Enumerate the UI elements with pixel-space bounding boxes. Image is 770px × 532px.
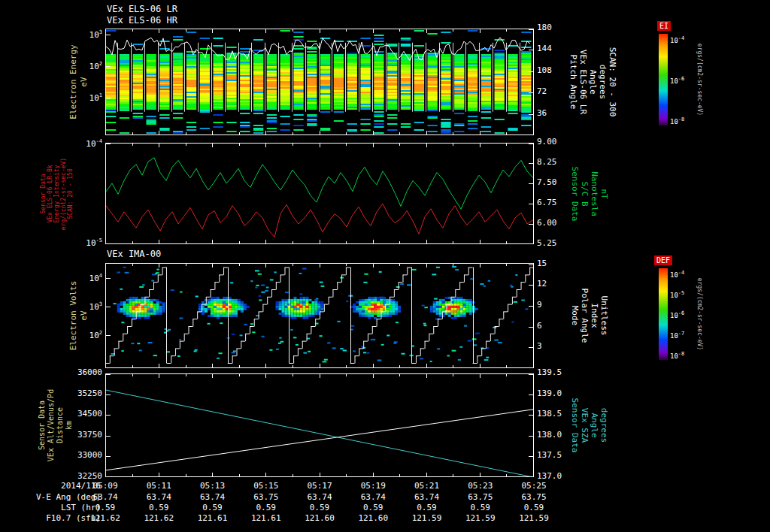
row-value: 121.62	[141, 514, 177, 524]
right-tick-label: 6.00	[537, 219, 557, 228]
right-tick-label: 139.5	[537, 368, 562, 378]
right-tick-label: 138.0	[537, 431, 562, 440]
ima-y-axis-label: Electron Volts	[69, 281, 79, 351]
els-bk-y-axis-label: VEx ELS-06 LR-Bk	[47, 165, 53, 222]
sza-right-axis-label: VEx SZA	[580, 408, 590, 443]
els-right-axis-label: degrees	[598, 65, 608, 99]
y-tick-label: 101	[81, 92, 102, 103]
row-value: 63.75	[248, 493, 284, 503]
panel1-title-line1: VEx ELS-06 LR	[107, 5, 177, 15]
els-colorbar-tick: 10-4	[670, 35, 684, 44]
row-value: 121.59	[409, 514, 445, 524]
ima-right-axis-label: Mode	[570, 306, 580, 326]
right-tick-label: 108	[537, 66, 552, 76]
ima-colorbar-tick: 10-7	[670, 331, 684, 340]
right-tick-label: 9.00	[537, 138, 557, 147]
ima-right-axis-label: Polar Angle	[580, 289, 590, 343]
row-value: 121.62	[87, 514, 123, 524]
row-value: 63.74	[355, 493, 391, 503]
right-tick-label: 36	[537, 109, 547, 119]
y-tick-label: 33750	[72, 431, 102, 440]
ima-y-axis-label: eV	[80, 310, 89, 320]
panel1-title-line2: VEx ELS-06 HR	[107, 16, 177, 26]
els-colorbar-tick: 10-6	[670, 76, 684, 85]
ima-colorbar	[659, 268, 668, 360]
y-tick-label: 102	[81, 330, 102, 340]
right-tick-label: 9	[537, 301, 542, 310]
sza-right-axis-label: Angle	[590, 413, 599, 437]
row-value: 63.75	[516, 493, 552, 503]
time-tick-label: 05:15	[250, 482, 283, 491]
sza-right-axis-label: degrees	[599, 408, 609, 443]
row-value: 0.59	[248, 503, 284, 513]
els-right-axis-label: Angle	[588, 69, 598, 94]
time-tick-label: 05:11	[142, 482, 175, 491]
row-value: 121.61	[195, 514, 231, 524]
y-tick-label: 32250	[72, 472, 102, 482]
orbit-y-axis-label: VEx Alt/Venus/Pd	[47, 389, 56, 461]
els-y-axis-label: eV	[80, 77, 89, 86]
right-tick-label: 5.25	[537, 239, 557, 249]
row-value: 0.59	[87, 503, 123, 513]
els-colorbar	[659, 34, 668, 125]
row-value: 0.59	[302, 503, 338, 513]
orbit-y-axis-label: Distance	[56, 407, 65, 443]
els-bk-y-axis-label: Energy Intensity	[53, 165, 60, 222]
y-tick-label: 33000	[72, 451, 102, 461]
plot-page: VEx ELS-06 LR VEx ELS-06 HR VEx IMA-00 E…	[0, 0, 770, 532]
right-tick-label: 15	[537, 259, 547, 269]
ima-spectrogram-canvas	[105, 263, 534, 368]
scb-right-axis-label: Nanotesla	[590, 171, 599, 216]
right-tick-label: 7.50	[537, 178, 557, 188]
def-colorbar-badge: DEF	[654, 255, 672, 265]
els-colorbar-unit-label: ergs/(cm2-sr-sec-eV)	[696, 44, 702, 116]
right-tick-label: 139.0	[537, 389, 562, 399]
els-bk-y-axis-label: SCAN: 20 - 150	[67, 168, 74, 219]
y-tick-label: 10-5	[75, 237, 102, 248]
y-tick-label: 102	[81, 61, 102, 71]
row-value: 0.59	[355, 503, 391, 513]
els-spectrogram-canvas	[105, 29, 534, 135]
right-tick-label: 72	[537, 87, 547, 97]
row-value: 63.74	[87, 493, 123, 503]
sza-right-axis-label: Sensor Data	[570, 398, 580, 453]
y-tick-label: 103	[81, 29, 102, 40]
ima-colorbar-unit-label: ergs/(cm2-sr-sec-eV)	[696, 278, 702, 350]
time-tick-label: 05:23	[464, 482, 497, 491]
y-tick-label: 10-4	[75, 138, 102, 149]
right-tick-label: 180	[537, 23, 552, 33]
row-value: 0.59	[516, 503, 552, 513]
right-tick-label: 144	[537, 44, 552, 54]
ima-colorbar-tick: 10-8	[670, 351, 684, 360]
ima-right-axis-label: Unitless	[599, 296, 609, 336]
els-colorbar-tick: 10-8	[670, 116, 684, 125]
y-tick-label: 104	[81, 273, 102, 283]
right-tick-label: 137.5	[537, 451, 562, 461]
right-tick-label: 138.5	[537, 410, 562, 419]
time-tick-label: 05:25	[517, 482, 550, 491]
time-tick-label: 05:17	[303, 482, 336, 491]
row-value: 0.59	[195, 503, 231, 513]
scb-right-axis-label: Sensor Data	[570, 166, 580, 221]
colorbar-ei-badge: EI	[657, 21, 671, 31]
orbit-lines-canvas	[105, 373, 534, 477]
right-tick-label: 137.0	[537, 472, 562, 482]
right-tick-label: 8.25	[537, 158, 557, 168]
y-tick-label: 35250	[72, 389, 102, 399]
time-tick-label: 05:21	[411, 482, 444, 491]
row-value: 0.59	[141, 503, 177, 513]
els-bk-y-axis-label: Sensor Data	[40, 174, 47, 213]
row-value: 63.74	[302, 493, 338, 503]
ima-colorbar-tick: 10-4	[670, 270, 684, 279]
row-value: 121.60	[355, 514, 391, 524]
time-tick-label: 05:13	[196, 482, 229, 491]
els-right-axis-label: SCAN: 20 - 300	[608, 47, 617, 117]
row-value: 121.60	[302, 514, 338, 524]
right-tick-label: 6	[537, 322, 542, 331]
ima-colorbar-tick: 10-6	[670, 310, 684, 319]
time-tick-label: 05:19	[356, 482, 390, 491]
y-tick-label: 34500	[72, 410, 102, 419]
right-tick-label: 12	[537, 280, 547, 289]
row-value: 0.59	[462, 503, 499, 513]
ima-colorbar-tick: 10-5	[670, 290, 684, 299]
